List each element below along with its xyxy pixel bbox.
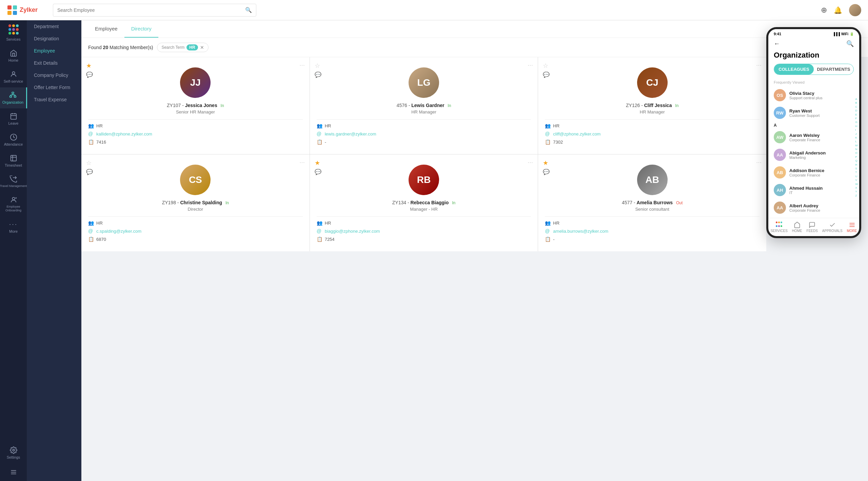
sidebar-item-services[interactable]: Services: [0, 20, 27, 45]
menu-item-exit[interactable]: Exit Details: [27, 57, 81, 69]
chat-icon-3[interactable]: 💬: [543, 71, 550, 78]
email-link-5[interactable]: biaggio@zphone.zylker.com: [325, 229, 380, 234]
phone-icon-5: 📋: [317, 236, 322, 242]
email-link-1[interactable]: kalliden@zphone.zylker.com: [96, 131, 152, 137]
star-icon-5[interactable]: ★: [315, 159, 321, 167]
sidebar-item-more[interactable]: ··· More: [0, 216, 27, 237]
menu-item-policy[interactable]: Company Policy: [27, 69, 81, 81]
hamburger-menu[interactable]: [10, 463, 17, 481]
mobile-search-icon[interactable]: 🔍: [846, 40, 854, 47]
chat-icon-6[interactable]: 💬: [543, 169, 550, 175]
sidebar-item-settings[interactable]: Settings: [0, 442, 27, 463]
sidebar-label-home: Home: [8, 58, 18, 62]
card-dept-1: 👥 HR: [88, 123, 303, 128]
search-term-badge: Search Term HR ✕: [157, 43, 208, 52]
alpha-bar: A B C D E F G H I J K L M N O P Q R S T …: [855, 98, 858, 197]
employee-card: ★ 💬 ⋯ RB ZY134 - Rebecca Biaggio In Mana…: [310, 154, 538, 251]
mobile-bottom-more[interactable]: MORE: [847, 222, 857, 233]
email-link-6[interactable]: amelia.burrows@zylker.com: [553, 229, 608, 234]
mobile-tab-departments[interactable]: DEPARTMENTS: [814, 64, 853, 75]
star-icon-6[interactable]: ★: [543, 159, 550, 167]
badge-close-icon[interactable]: ✕: [200, 45, 204, 50]
star-icon-4[interactable]: ☆: [86, 159, 93, 167]
card-menu-3[interactable]: ⋯: [756, 62, 762, 68]
tab-employee[interactable]: Employee: [88, 20, 124, 38]
mobile-bottom-feeds[interactable]: FEEDS: [807, 222, 818, 233]
card-menu-2[interactable]: ⋯: [528, 62, 533, 68]
mobile-person-name-ryan: Ryan West: [789, 108, 854, 113]
mobile-person-aaron[interactable]: AW Aaron Welsley Corporate Finance: [768, 128, 859, 146]
card-menu-6[interactable]: ⋯: [756, 159, 762, 166]
chat-icon-2[interactable]: 💬: [315, 71, 321, 78]
notification-icon[interactable]: 🔔: [834, 6, 842, 14]
sidebar-item-organization[interactable]: Organization: [0, 87, 27, 108]
svg-point-24: [13, 449, 15, 451]
emp-id-6: 4577 - Amelia Burrows Out: [545, 200, 760, 205]
sidebar-item-attendance[interactable]: Attendance: [0, 129, 27, 150]
email-link-4[interactable]: c.spalding@zylker.com: [96, 229, 141, 234]
mobile-bottom-bar: SERVICES HOME FEEDS APPROVALS MORE: [768, 218, 859, 236]
phone-icon-6: 📋: [545, 236, 550, 242]
mobile-person-name-aaron: Aaron Welsley: [789, 133, 854, 138]
card-menu-4[interactable]: ⋯: [299, 159, 305, 166]
sidebar-item-onboarding[interactable]: Employee Onboarding: [0, 192, 27, 216]
mobile-bottom-services[interactable]: SERVICES: [770, 222, 787, 233]
emp-title-6: Senior consultant: [545, 207, 760, 212]
mobile-status-bar: 9:41 ▐▐▐ WiFi 🔋: [768, 29, 859, 37]
email-icon-3: @: [545, 131, 550, 137]
email-link-2[interactable]: lewis.gardner@zylker.com: [325, 131, 376, 137]
home-icon: [10, 49, 17, 57]
mobile-person-ahmed[interactable]: AH Ahmed Hussain IT: [768, 181, 859, 199]
mobile-person-ryan[interactable]: RW Ryan West Customer Support: [768, 104, 859, 122]
star-icon-3[interactable]: ☆: [543, 62, 550, 69]
chat-icon-4[interactable]: 💬: [86, 169, 93, 175]
menu-item-employee[interactable]: Employee: [27, 45, 81, 57]
mobile-person-abigail[interactable]: AA Abigail Anderson Marketing: [768, 146, 859, 164]
hamburger-icon: [10, 469, 17, 476]
card-ext-3: 📋 7302: [545, 139, 760, 145]
phone-icon-2: 📋: [317, 139, 322, 145]
mobile-person-addison[interactable]: AB Addison Bernice Corporate Finance: [768, 164, 859, 181]
chat-icon-1[interactable]: 💬: [86, 71, 93, 78]
card-menu-5[interactable]: ⋯: [528, 159, 533, 166]
card-menu-1[interactable]: ⋯: [299, 62, 305, 68]
chat-icon-5[interactable]: 💬: [315, 169, 321, 175]
mobile-back-button[interactable]: ←: [774, 40, 780, 47]
svg-rect-12: [11, 114, 16, 120]
search-icon[interactable]: 🔍: [245, 7, 252, 13]
menu-item-designation[interactable]: Designation: [27, 33, 81, 45]
star-icon-2[interactable]: ☆: [315, 62, 321, 69]
email-icon-2: @: [317, 131, 322, 137]
menu-item-department[interactable]: Department: [27, 20, 81, 33]
sidebar-label-leave: Leave: [8, 121, 19, 125]
search-input[interactable]: [57, 7, 245, 13]
mobile-person-info-ahmed: Ahmed Hussain IT: [789, 186, 854, 195]
user-avatar[interactable]: [849, 4, 861, 16]
mobile-person-albert[interactable]: AA Albert Audrey Corporate Finance: [768, 199, 859, 216]
emp-id-1: ZY107 - Jessica Jones In: [88, 103, 303, 108]
add-icon[interactable]: ⊕: [821, 6, 827, 15]
mobile-person-role-aaron: Corporate Finance: [789, 138, 854, 142]
sidebar-item-selfservice[interactable]: Self-service: [0, 66, 27, 87]
settings-icon: [10, 446, 17, 454]
sidebar-item-leave[interactable]: Leave: [0, 108, 27, 129]
menu-item-travel[interactable]: Travel Expense: [27, 93, 81, 106]
sidebar-item-timesheet[interactable]: Timesheet: [0, 150, 27, 171]
card-top-left-3: ☆ 💬: [543, 62, 550, 78]
mobile-bottom-home[interactable]: HOME: [792, 222, 802, 233]
menu-item-offer[interactable]: Offer Letter Form: [27, 81, 81, 93]
search-bar[interactable]: 🔍: [53, 4, 256, 17]
mobile-tab-colleagues[interactable]: COLLEAGUES: [774, 64, 814, 75]
mobile-bottom-approvals[interactable]: APPROVALS: [822, 222, 843, 233]
frequently-viewed-label: Frequently Viewed: [768, 79, 859, 86]
email-link-3[interactable]: cliff@zphone.zylker.com: [553, 131, 600, 137]
emp-id-2: 4576 - Lewis Gardner In: [317, 103, 531, 108]
sidebar-label-services: Services: [6, 37, 20, 41]
sidebar-item-home[interactable]: Home: [0, 45, 27, 66]
email-icon-6: @: [545, 228, 550, 234]
card-email-6: @ amelia.burrows@zylker.com: [545, 228, 760, 234]
star-icon-1[interactable]: ★: [86, 62, 93, 69]
tab-directory[interactable]: Directory: [124, 20, 158, 38]
sidebar-item-travel[interactable]: Travel Management: [0, 171, 27, 192]
mobile-person-olivia[interactable]: OS Olivia Stacy Support central plus: [768, 86, 859, 104]
